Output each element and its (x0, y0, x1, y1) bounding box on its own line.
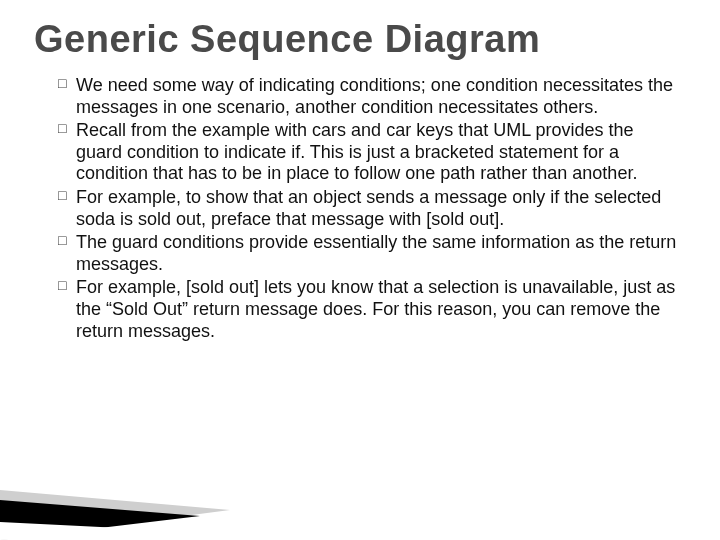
svg-marker-1 (0, 500, 200, 540)
slide: Generic Sequence Diagram We need some wa… (0, 0, 720, 342)
list-item: The guard conditions provide essentially… (58, 232, 678, 275)
list-item: We need some way of indicating condition… (58, 75, 678, 118)
svg-marker-2 (0, 522, 280, 540)
list-item: Recall from the example with cars and ca… (58, 120, 678, 185)
slide-title: Generic Sequence Diagram (34, 18, 686, 61)
list-item: For example, [sold out] lets you know th… (58, 277, 678, 342)
list-item: For example, to show that an object send… (58, 187, 678, 230)
bullet-list: We need some way of indicating condition… (34, 75, 686, 342)
corner-decoration (0, 450, 280, 540)
svg-marker-0 (0, 490, 230, 540)
